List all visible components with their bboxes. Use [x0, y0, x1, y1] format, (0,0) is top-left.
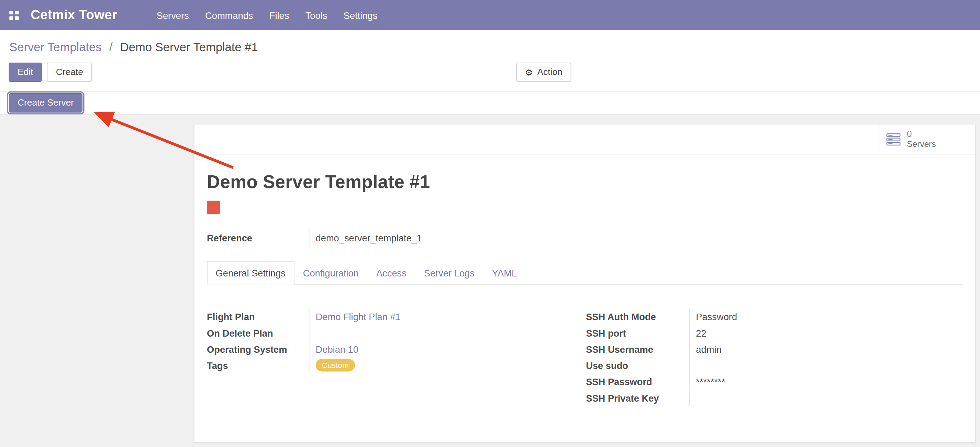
top-navbar: Cetmix Tower Servers Commands Files Tool…: [0, 0, 980, 30]
breadcrumb-current: Demo Server Template #1: [120, 41, 258, 54]
form-card: 0 Servers Demo Server Template #1 Refere…: [194, 124, 975, 443]
apps-grid-dot: [15, 16, 19, 19]
tab-access[interactable]: Access: [368, 262, 415, 284]
ssh-auth-mode-value: Password: [689, 308, 963, 325]
menu-item-servers[interactable]: Servers: [148, 6, 197, 24]
ssh-port-value: 22: [689, 325, 963, 341]
field-row-operating-system: Operating System Debian 10: [207, 341, 586, 357]
gear-icon: ⚙: [525, 68, 533, 76]
stat-label: Servers: [907, 140, 936, 149]
stat-text: 0 Servers: [907, 129, 936, 149]
action-button[interactable]: ⚙ Action: [516, 62, 571, 82]
form-sheet: Demo Server Template #1 Reference demo_s…: [194, 172, 975, 406]
field-row-on-delete-plan: On Delete Plan: [207, 325, 586, 341]
servers-stat-button[interactable]: 0 Servers: [879, 125, 975, 154]
content-area: 0 Servers Demo Server Template #1 Refere…: [0, 115, 980, 447]
ssh-username-label: SSH Username: [586, 341, 689, 357]
stat-button-box: 0 Servers: [194, 125, 975, 154]
ssh-port-label: SSH port: [586, 325, 689, 341]
tab-yaml[interactable]: YAML: [483, 262, 525, 284]
menu-item-commands[interactable]: Commands: [197, 6, 261, 24]
field-row-ssh-private-key: SSH Private Key: [586, 390, 963, 406]
stat-count: 0: [907, 129, 936, 139]
ssh-auth-mode-label: SSH Auth Mode: [586, 308, 689, 325]
color-swatch[interactable]: [207, 201, 220, 214]
ssh-private-key-label: SSH Private Key: [586, 390, 689, 406]
field-row-ssh-auth-mode: SSH Auth Mode Password: [586, 308, 963, 325]
ssh-password-value: ********: [689, 374, 963, 390]
breadcrumb-separator: /: [109, 41, 113, 54]
apps-grid-dot: [9, 10, 13, 14]
on-delete-plan-label: On Delete Plan: [207, 325, 309, 341]
field-row-ssh-password: SSH Password ********: [586, 374, 963, 390]
form-header-buttons-bar: Create Server: [0, 91, 980, 115]
breadcrumb: Server Templates / Demo Server Template …: [0, 30, 980, 56]
field-row-use-sudo: Use sudo: [586, 357, 963, 374]
ssh-password-label: SSH Password: [586, 374, 689, 390]
ssh-private-key-value: [689, 390, 963, 406]
create-server-button[interactable]: Create Server: [9, 93, 83, 112]
on-delete-plan-value: [309, 325, 586, 341]
field-row-reference: Reference demo_server_template_1: [207, 226, 963, 249]
field-row-ssh-username: SSH Username admin: [586, 341, 963, 357]
use-sudo-value: [689, 357, 963, 374]
field-row-ssh-port: SSH port 22: [586, 325, 963, 341]
main-menu: Servers Commands Files Tools Settings: [148, 6, 385, 24]
ssh-username-value: admin: [689, 341, 963, 357]
menu-item-files[interactable]: Files: [261, 6, 297, 24]
tab-configuration[interactable]: Configuration: [294, 262, 368, 284]
apps-grid-dot: [15, 10, 19, 14]
apps-grid-icon[interactable]: [9, 10, 19, 19]
edit-button[interactable]: Edit: [9, 62, 41, 82]
tab-server-logs[interactable]: Server Logs: [415, 262, 483, 284]
app-window: Cetmix Tower Servers Commands Files Tool…: [0, 0, 980, 447]
apps-grid-dot: [9, 16, 13, 19]
reference-value: demo_server_template_1: [309, 226, 963, 249]
field-row-tags: Tags Custom: [207, 357, 586, 374]
field-group-right: SSH Auth Mode Password SSH port 22 SSH U…: [586, 308, 963, 406]
notebook-tabs: General Settings Configuration Access Se…: [207, 261, 963, 284]
action-button-label: Action: [537, 66, 562, 78]
menu-item-tools[interactable]: Tools: [297, 6, 336, 24]
breadcrumb-parent-link[interactable]: Server Templates: [9, 41, 101, 54]
tag-badge-custom: Custom: [316, 359, 355, 372]
field-groups: Flight Plan Demo Flight Plan #1 On Delet…: [207, 308, 963, 406]
record-title: Demo Server Template #1: [207, 172, 963, 193]
brand-title[interactable]: Cetmix Tower: [30, 8, 117, 23]
create-button[interactable]: Create: [47, 62, 92, 82]
flight-plan-link[interactable]: Demo Flight Plan #1: [316, 311, 401, 322]
field-group-left: Flight Plan Demo Flight Plan #1 On Delet…: [207, 308, 586, 406]
operating-system-label: Operating System: [207, 341, 309, 357]
tab-general-settings[interactable]: General Settings: [207, 261, 294, 284]
control-panel: Edit Create ⚙ Action: [0, 62, 980, 82]
flight-plan-label: Flight Plan: [207, 308, 309, 325]
use-sudo-label: Use sudo: [586, 357, 689, 374]
operating-system-link[interactable]: Debian 10: [316, 343, 358, 354]
reference-label: Reference: [207, 226, 309, 249]
field-row-flight-plan: Flight Plan Demo Flight Plan #1: [207, 308, 586, 325]
tags-label: Tags: [207, 357, 309, 374]
menu-item-settings[interactable]: Settings: [336, 6, 385, 24]
servers-stack-icon: [886, 133, 901, 145]
